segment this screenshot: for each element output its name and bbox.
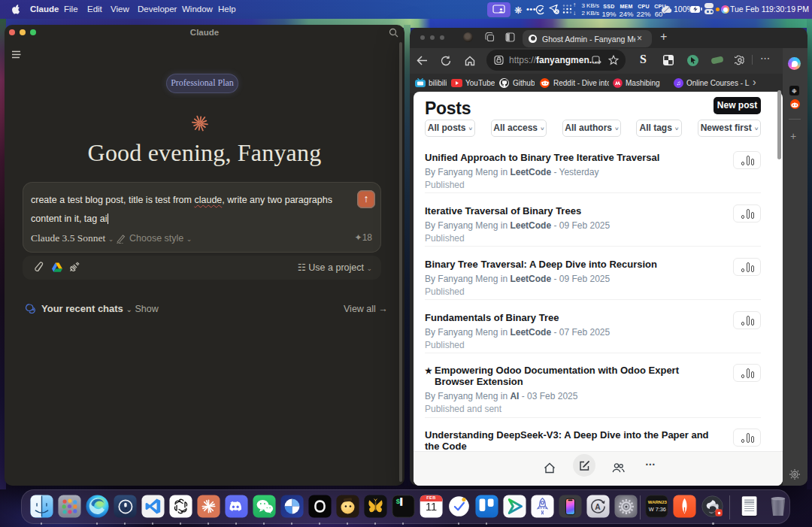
svg-text:A: A	[595, 502, 601, 510]
